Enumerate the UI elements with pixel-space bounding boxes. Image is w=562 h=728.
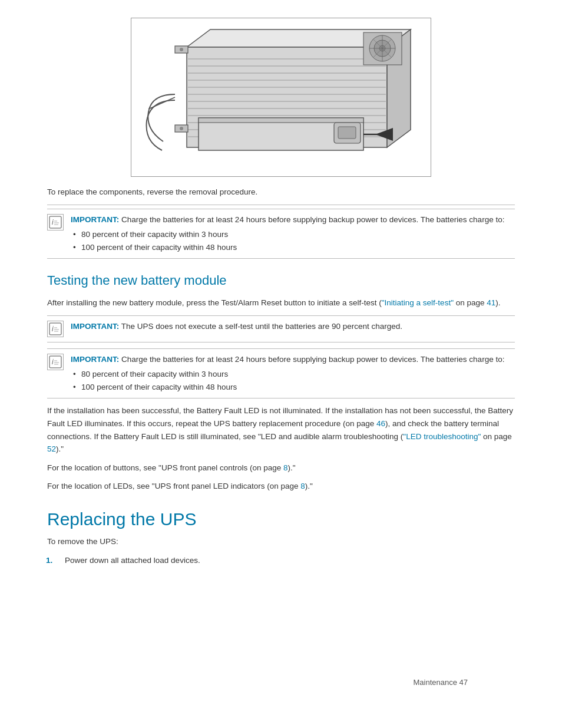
svg-text:i: i xyxy=(52,218,54,226)
important-text-3: IMPORTANT: Charge the batteries for at l… xyxy=(71,354,504,393)
footer: Maintenance 47 xyxy=(413,678,468,687)
important-block-3: i IMPORTANT: Charge the batteries for at… xyxy=(47,348,515,398)
step-1-text: Power down all attached load devices. xyxy=(65,556,200,565)
svg-point-26 xyxy=(180,127,183,130)
important-block-1: i IMPORTANT: Charge the batteries for at… xyxy=(47,209,515,259)
replacing-ups-heading: Replacing the UPS xyxy=(47,509,515,529)
page-41-link[interactable]: 41 xyxy=(487,298,495,307)
led-troubleshooting-link[interactable]: "LED troubleshooting" xyxy=(403,432,481,441)
important-label-1: IMPORTANT: xyxy=(71,215,119,224)
step-1: Power down all attached load devices. xyxy=(59,554,515,567)
bullet-list-1: 80 percent of their capacity within 3 ho… xyxy=(71,228,504,253)
note-icon-2: i xyxy=(47,321,64,337)
svg-text:i: i xyxy=(52,358,54,366)
svg-text:i: i xyxy=(52,325,54,333)
diagram-box xyxy=(131,18,431,177)
note-icon-1: i xyxy=(47,214,64,230)
bullet-item: 100 percent of their capacity within 48 … xyxy=(71,241,504,254)
ups-diagram-svg xyxy=(140,24,422,171)
page-wrapper: To replace the components, reverse the r… xyxy=(47,18,515,710)
testing-intro-para: After installing the new battery module,… xyxy=(47,297,515,309)
important-text-1: IMPORTANT: Charge the batteries for at l… xyxy=(71,214,504,253)
important-body-1: Charge the batteries for at least 24 hou… xyxy=(121,215,504,224)
page-8-buttons-link[interactable]: 8 xyxy=(283,463,288,472)
footer-text: Maintenance 47 xyxy=(413,678,468,687)
testing-intro-text3: ). xyxy=(495,298,500,307)
page-8-leds-link[interactable]: 8 xyxy=(300,482,305,490)
important-body-2: The UPS does not execute a self-test unt… xyxy=(121,322,402,331)
testing-heading: Testing the new battery module xyxy=(47,273,515,291)
important-label-2: IMPORTANT: xyxy=(71,322,119,331)
testing-intro-text2: on page xyxy=(454,298,487,307)
initiating-self-test-link[interactable]: "Initiating a self-test" xyxy=(382,298,454,307)
important-block-2: i IMPORTANT: The UPS does not execute a … xyxy=(47,315,515,342)
installation-success-para: If the installation has been successful,… xyxy=(47,404,515,455)
svg-rect-44 xyxy=(49,356,61,368)
buttons-location-para: For the location of buttons, see "UPS fr… xyxy=(47,462,515,475)
caption-text: To replace the components, reverse the r… xyxy=(47,187,515,196)
svg-rect-39 xyxy=(49,323,61,335)
divider-1 xyxy=(47,205,515,205)
bullet-item: 100 percent of their capacity within 48 … xyxy=(71,381,504,394)
remove-ups-intro: To remove the UPS: xyxy=(47,535,515,548)
testing-intro-text1: After installing the new battery module,… xyxy=(47,298,382,307)
important-body-3: Charge the batteries for at least 24 hou… xyxy=(121,355,504,364)
svg-rect-30 xyxy=(338,127,356,139)
page-52-link[interactable]: 52 xyxy=(47,444,56,453)
bullet-item: 80 percent of their capacity within 3 ho… xyxy=(71,368,504,381)
bullet-item: 80 percent of their capacity within 3 ho… xyxy=(71,228,504,241)
important-label-3: IMPORTANT: xyxy=(71,355,119,364)
note-icon-3: i xyxy=(47,354,64,370)
diagram-container xyxy=(47,18,515,177)
bullet-list-3: 80 percent of their capacity within 3 ho… xyxy=(71,368,504,393)
removal-steps-list: Power down all attached load devices. xyxy=(59,554,515,567)
page-46-link[interactable]: 46 xyxy=(376,419,385,428)
svg-point-25 xyxy=(180,48,183,51)
svg-rect-28 xyxy=(199,118,363,123)
important-text-2: IMPORTANT: The UPS does not execute a se… xyxy=(71,321,402,332)
svg-rect-34 xyxy=(49,216,61,228)
leds-location-para: For the location of LEDs, see "UPS front… xyxy=(47,480,515,493)
